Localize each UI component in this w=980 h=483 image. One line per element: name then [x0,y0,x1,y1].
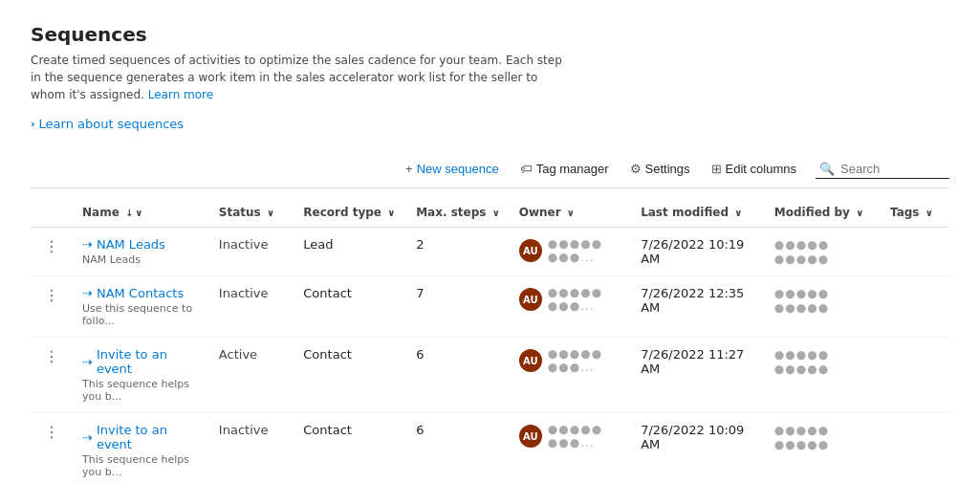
status-badge: Inactive [219,237,269,252]
more-options-icon[interactable]: ⋮ [40,286,63,304]
sort-icon: ↓ [125,208,133,218]
filter-caret: ∨ [135,208,142,218]
col-more [31,198,73,228]
owner-name: ●●●●● ●●●... [548,347,621,374]
sequence-icon: ⇢ [82,237,93,252]
record-type-value: Lead [303,237,333,252]
row-modified-by-cell: ●●●●● ●●●●● [765,276,881,338]
table-row: ⋮ ⇢ NAM Contacts Use this sequence to fo… [31,276,949,338]
row-name-text: NAM Contacts [97,286,184,300]
sequence-icon: ⇢ [82,430,93,445]
row-name-cell: ⇢ NAM Leads NAM Leads [73,228,209,276]
max-steps-value: 6 [416,423,424,437]
new-sequence-button[interactable]: + New sequence [398,158,507,180]
col-header-name[interactable]: Name ↓∨ [73,198,209,228]
record-type-value: Contact [303,347,352,362]
table-header-row: Name ↓∨ Status ∨ Record type ∨ Max. step… [31,198,949,228]
edit-columns-button[interactable]: ⊞ Edit columns [704,158,804,180]
plus-icon: + [405,162,413,176]
owner-caret: ∨ [567,208,575,218]
row-tags-cell [881,338,949,413]
record-type-value: Contact [303,423,352,437]
settings-icon: ⚙ [630,162,642,176]
max-steps-value: 2 [416,237,424,252]
owner-name: ●●●●● ●●●... [548,286,621,313]
row-more-cell: ⋮ [31,413,73,484]
col-header-steps[interactable]: Max. steps ∨ [406,198,510,228]
row-last-modified-cell: 7/26/2022 11:27 AM [631,338,765,413]
owner-name: ●●●●● ●●●... [548,423,621,450]
row-owner-cell: AU ●●●●● ●●●... [510,338,631,413]
modified-by-value: ●●●●● ●●●●● [774,348,829,376]
row-name-subtitle: This sequence helps you b... [82,378,200,403]
status-badge: Inactive [219,423,269,437]
more-options-icon[interactable]: ⋮ [40,237,63,255]
last-modified-value: 7/26/2022 11:27 AM [641,347,744,376]
page-title: Sequences [31,23,949,46]
row-modified-by-cell: ●●●●● ●●●●● [765,413,881,484]
row-name-link[interactable]: ⇢ NAM Leads [82,237,200,252]
row-name-subtitle: NAM Leads [82,253,200,266]
row-name-link[interactable]: ⇢ Invite to an event [82,423,200,451]
row-name-subtitle: Use this sequence to follo... [82,302,200,327]
row-last-modified-cell: 7/26/2022 10:19 AM [631,228,765,276]
row-name-link[interactable]: ⇢ Invite to an event [82,347,200,376]
row-tags-cell [881,228,949,276]
owner-name: ●●●●● ●●●... [548,237,621,264]
learn-about-link[interactable]: › Learn about sequences [31,117,949,131]
row-name-cell: ⇢ Invite to an event This sequence helps… [73,338,209,413]
row-name-text: Invite to an event [97,423,200,451]
col-header-modified-by[interactable]: Modified by ∨ [765,198,881,228]
avatar: AU [519,425,542,448]
row-name-text: Invite to an event [97,347,200,376]
tags-caret: ∨ [926,208,933,218]
modby-caret: ∨ [856,208,863,218]
page-description: Create timed sequences of activities to … [31,52,566,103]
learn-more-link[interactable]: Learn more [148,88,213,101]
row-owner-cell: AU ●●●●● ●●●... [510,276,631,338]
table-row: ⋮ ⇢ Invite to an event This sequence hel… [31,413,949,484]
search-box[interactable]: 🔍 [816,160,949,179]
col-header-owner[interactable]: Owner ∨ [510,198,631,228]
col-header-tags[interactable]: Tags ∨ [881,198,949,228]
modified-by-value: ●●●●● ●●●●● [774,238,829,266]
tag-manager-button[interactable]: 🏷 Tag manager [512,158,617,180]
modified-caret: ∨ [734,208,742,218]
row-record-type-cell: Lead [294,228,406,276]
more-options-icon[interactable]: ⋮ [40,423,63,441]
settings-button[interactable]: ⚙ Settings [622,158,698,180]
sequence-icon: ⇢ [82,355,93,369]
row-last-modified-cell: 7/26/2022 12:35 AM [631,276,765,338]
col-header-last-modified[interactable]: Last modified ∨ [631,198,765,228]
search-input[interactable] [840,162,946,176]
row-status-cell: Inactive [209,276,294,338]
modified-by-value: ●●●●● ●●●●● [774,424,829,451]
row-modified-by-cell: ●●●●● ●●●●● [765,338,881,413]
status-badge: Inactive [219,286,269,300]
max-steps-value: 6 [416,347,424,362]
row-tags-cell [881,413,949,484]
more-options-icon[interactable]: ⋮ [40,347,63,365]
avatar: AU [519,288,542,311]
row-max-steps-cell: 2 [406,228,510,276]
row-name-text: NAM Leads [97,237,165,252]
last-modified-value: 7/26/2022 10:09 AM [641,423,744,451]
row-last-modified-cell: 7/26/2022 10:09 AM [631,413,765,484]
last-modified-value: 7/26/2022 10:19 AM [641,237,744,266]
search-icon: 🔍 [819,162,835,176]
sequence-icon: ⇢ [82,286,93,300]
row-name-link[interactable]: ⇢ NAM Contacts [82,286,200,300]
row-status-cell: Inactive [209,228,294,276]
col-header-record[interactable]: Record type ∨ [294,198,406,228]
columns-icon: ⊞ [711,162,722,176]
table-row: ⋮ ⇢ NAM Leads NAM Leads Inactive Lead 2 … [31,228,949,276]
max-steps-value: 7 [416,286,424,300]
row-name-cell: ⇢ Invite to an event This sequence helps… [73,413,209,484]
row-status-cell: Inactive [209,413,294,484]
col-header-status[interactable]: Status ∨ [209,198,294,228]
sequences-table: Name ↓∨ Status ∨ Record type ∨ Max. step… [31,198,949,483]
record-type-value: Contact [303,286,352,300]
last-modified-value: 7/26/2022 12:35 AM [641,286,744,315]
toolbar: + New sequence 🏷 Tag manager ⚙ Settings … [31,158,949,188]
row-max-steps-cell: 6 [406,338,510,413]
